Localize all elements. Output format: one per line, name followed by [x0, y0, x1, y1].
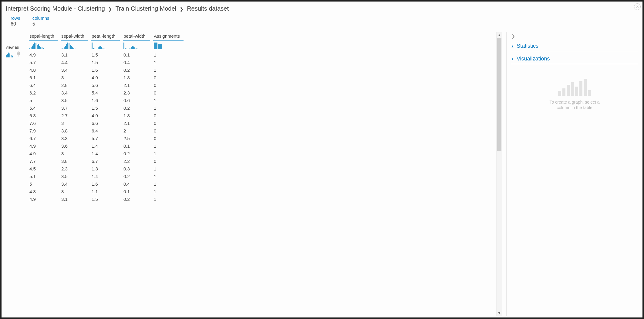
table-cell: 5.6	[91, 81, 123, 89]
table-cell: 6.4	[91, 127, 123, 135]
table-row[interactable]: 4.93.11.50.21	[29, 195, 187, 203]
statistics-section-header[interactable]: ▲ Statistics	[511, 42, 638, 51]
table-row[interactable]: 7.93.86.420	[29, 127, 187, 135]
table-row[interactable]: 5.13.51.40.21	[29, 173, 187, 180]
svg-rect-35	[93, 48, 94, 49]
view-as-boxplot-icon[interactable]	[16, 51, 20, 57]
svg-rect-57	[137, 49, 138, 49]
table-row[interactable]: 7.636.62.10	[29, 119, 187, 127]
table-row[interactable]: 6.134.91.80	[29, 74, 187, 81]
svg-rect-21	[43, 48, 44, 49]
table-row[interactable]: 6.42.85.62.10	[29, 81, 187, 89]
svg-rect-61	[562, 88, 565, 96]
svg-rect-32	[73, 48, 74, 49]
column-header[interactable]: petal-length	[91, 32, 123, 40]
table-cell: 0.6	[123, 97, 153, 104]
svg-rect-5	[12, 56, 13, 57]
table-row[interactable]: 6.32.74.91.80	[29, 112, 187, 119]
table-cell: 1	[153, 150, 187, 157]
table-row[interactable]: 53.41.60.41	[29, 180, 187, 188]
table-cell: 3.4	[61, 66, 91, 74]
column-header[interactable]: petal-width	[123, 32, 153, 40]
column-header[interactable]: sepal-width	[61, 32, 91, 40]
column-sparkline[interactable]	[61, 41, 91, 51]
table-cell: 6.7	[29, 135, 61, 142]
column-header[interactable]: sepal-length	[29, 32, 61, 40]
table-cell: 2	[123, 127, 153, 135]
table-cell: 4.3	[29, 188, 61, 195]
table-cell: 6.3	[29, 112, 61, 119]
column-sparkline[interactable]	[29, 41, 61, 51]
table-cell: 1.5	[91, 59, 123, 66]
table-row[interactable]: 4.931.40.21	[29, 150, 187, 157]
table-cell: 6.2	[29, 89, 61, 97]
table-row[interactable]: 4.83.41.60.21	[29, 66, 187, 74]
table-row[interactable]: 4.93.61.40.11	[29, 142, 187, 150]
svg-rect-43	[103, 48, 103, 49]
table-row[interactable]: 5.43.71.50.21	[29, 104, 187, 112]
svg-rect-29	[70, 45, 71, 49]
svg-rect-23	[62, 48, 63, 49]
visualizations-label: Visualizations	[517, 56, 550, 62]
table-cell: 5.1	[29, 173, 61, 180]
table-cell: 3.3	[61, 135, 91, 142]
table-cell: 0.2	[123, 104, 153, 112]
table-cell: 3.8	[61, 127, 91, 135]
table-cell: 4.9	[91, 74, 123, 81]
visualizations-section-header[interactable]: ▲ Visualizations	[511, 54, 638, 64]
column-header[interactable]: Assignments	[153, 32, 187, 40]
svg-rect-50	[128, 49, 129, 49]
table-row[interactable]: 5.74.41.50.41	[29, 59, 187, 66]
table-cell: 3.1	[61, 195, 91, 203]
table-cell: 1	[153, 104, 187, 112]
vertical-scrollbar[interactable]: ▲ ▼	[496, 32, 502, 316]
svg-rect-27	[67, 43, 68, 49]
table-row[interactable]: 4.52.31.30.31	[29, 165, 187, 173]
table-cell: 0.2	[123, 150, 153, 157]
svg-rect-49	[127, 49, 128, 49]
svg-rect-4	[11, 55, 12, 57]
table-cell: 6.1	[29, 74, 61, 81]
svg-rect-47	[125, 48, 126, 49]
scroll-up-arrow-icon[interactable]: ▲	[497, 32, 502, 38]
svg-rect-31	[72, 47, 73, 49]
scroll-down-arrow-icon[interactable]: ▼	[497, 310, 502, 316]
table-row[interactable]: 4.93.11.50.11	[29, 51, 187, 59]
svg-rect-38	[96, 49, 97, 49]
table-cell: 3.4	[61, 89, 91, 97]
svg-rect-1	[7, 54, 8, 57]
table-row[interactable]: 4.331.10.11	[29, 188, 187, 195]
svg-rect-40	[99, 46, 100, 49]
table-cell: 5.4	[91, 89, 123, 97]
scroll-thumb[interactable]	[497, 38, 501, 151]
svg-rect-24	[64, 47, 65, 49]
breadcrumb-level-3: Results dataset	[187, 5, 229, 12]
svg-rect-63	[571, 82, 574, 96]
table-cell: 1.5	[91, 195, 123, 203]
table-row[interactable]: 7.73.86.72.20	[29, 157, 187, 165]
column-sparkline[interactable]	[153, 41, 187, 51]
svg-rect-20	[42, 47, 42, 49]
column-sparkline[interactable]	[123, 41, 153, 51]
svg-rect-42	[101, 47, 102, 49]
view-as-histogram-icon[interactable]	[6, 52, 14, 57]
table-row[interactable]: 6.73.35.72.50	[29, 135, 187, 142]
svg-rect-12	[32, 46, 33, 49]
table-row[interactable]: 53.51.60.61	[29, 97, 187, 104]
close-button[interactable]: ✕	[634, 3, 641, 10]
table-cell: 3.1	[61, 51, 91, 59]
table-cell: 4.9	[29, 195, 61, 203]
table-cell: 0	[153, 81, 187, 89]
breadcrumb-level-1[interactable]: Interpret Scoring Module - Clustering	[6, 5, 105, 12]
caret-down-icon: ▲	[511, 44, 514, 48]
breadcrumb-level-2[interactable]: Train Clustering Model	[116, 5, 176, 12]
panel-divider	[506, 32, 507, 316]
svg-rect-65	[579, 81, 582, 96]
right-panel-collapse-icon[interactable]: ❯	[511, 34, 638, 39]
table-row[interactable]: 6.23.45.42.30	[29, 89, 187, 97]
table-cell: 3.4	[61, 180, 91, 188]
table-cell: 2.2	[123, 157, 153, 165]
table-cell: 1	[153, 66, 187, 74]
svg-rect-66	[584, 79, 587, 96]
column-sparkline[interactable]	[91, 41, 123, 51]
